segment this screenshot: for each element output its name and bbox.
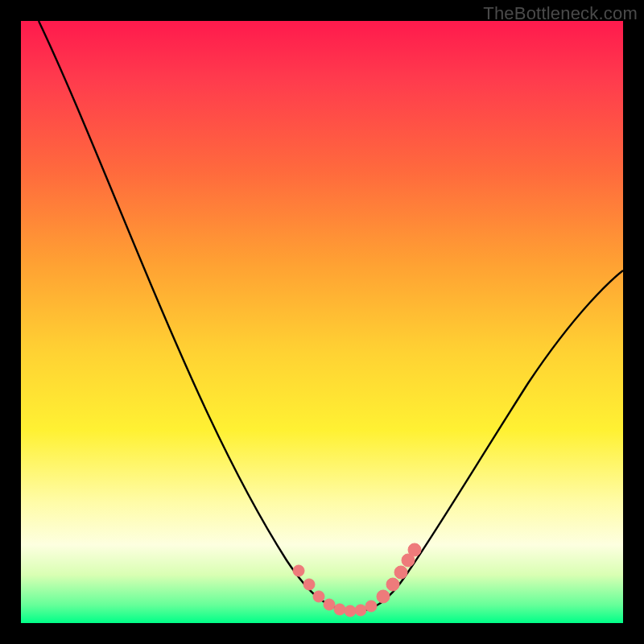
chart-frame: TheBottleneck.com xyxy=(0,0,644,644)
svg-point-7 xyxy=(365,601,377,612)
svg-point-10 xyxy=(394,566,407,579)
svg-point-5 xyxy=(345,605,356,617)
watermark-text: TheBottleneck.com xyxy=(483,3,638,24)
svg-point-2 xyxy=(313,591,324,602)
bottleneck-curve xyxy=(39,21,623,611)
svg-point-6 xyxy=(355,605,366,616)
svg-point-4 xyxy=(334,604,345,615)
svg-point-3 xyxy=(324,599,335,610)
plot-area xyxy=(21,21,623,623)
svg-point-12 xyxy=(408,543,421,556)
svg-point-1 xyxy=(303,579,315,590)
svg-point-8 xyxy=(377,590,390,603)
svg-point-9 xyxy=(386,578,399,591)
bottleneck-curve-svg xyxy=(21,21,623,623)
svg-point-0 xyxy=(293,565,304,576)
